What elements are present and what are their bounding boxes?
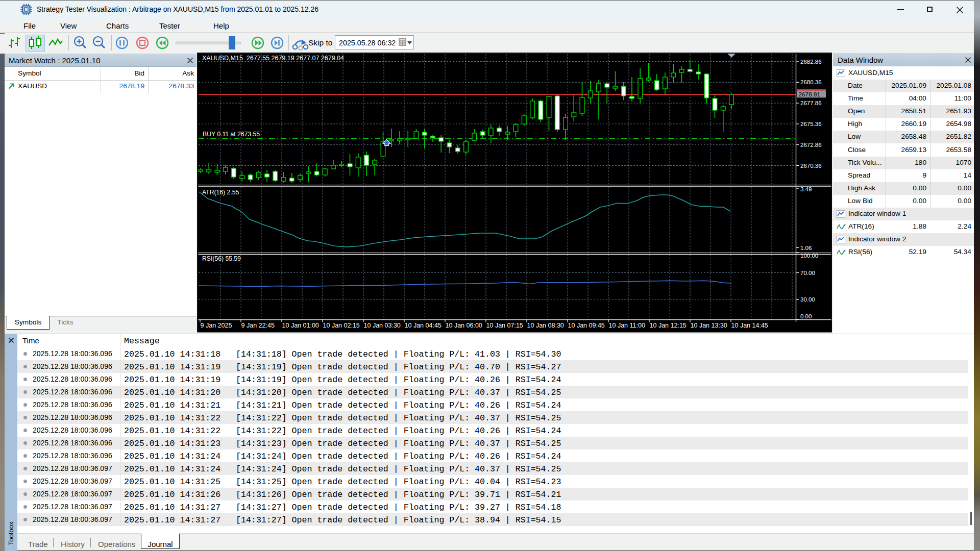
svg-text:2672.86: 2672.86 [800,142,822,148]
svg-text:10 Jan 07:15: 10 Jan 07:15 [486,322,523,329]
svg-text:10 Jan 14:45: 10 Jan 14:45 [731,322,768,329]
svg-text:RSI(56) 55.59: RSI(56) 55.59 [202,255,241,262]
svg-text:2680.36: 2680.36 [800,79,822,85]
svg-text:70.00: 70.00 [800,270,815,276]
svg-text:2675.36: 2675.36 [800,121,822,127]
svg-text:30.00: 30.00 [800,296,815,303]
svg-text:9 Jan 2025: 9 Jan 2025 [201,322,232,329]
svg-text:10 Jan 11:00: 10 Jan 11:00 [609,322,645,329]
svg-text:10 Jan 03:30: 10 Jan 03:30 [364,322,401,329]
svg-text:10 Jan 01:00: 10 Jan 01:00 [282,322,319,329]
svg-text:3.49: 3.49 [800,186,812,192]
svg-text:10 Jan 04:45: 10 Jan 04:45 [405,322,442,329]
svg-text:0.00: 0.00 [800,313,812,319]
svg-text:10 Jan 02:15: 10 Jan 02:15 [323,322,360,329]
svg-text:XAUUSD,M15 2677.55 2679.19 26: XAUUSD,M15 2677.55 2679.19 2677.07 2679.… [202,55,344,62]
svg-text:10 Jan 06:00: 10 Jan 06:00 [446,322,482,329]
svg-text:10 Jan 08:30: 10 Jan 08:30 [527,322,564,329]
svg-text:9 Jan 22:45: 9 Jan 22:45 [241,322,275,329]
svg-text:BUY 0.11 at 2673.55: BUY 0.11 at 2673.55 [203,131,260,138]
svg-text:10 Jan 13:30: 10 Jan 13:30 [691,322,727,329]
svg-text:2682.86: 2682.86 [800,59,822,65]
svg-text:10 Jan 12:15: 10 Jan 12:15 [650,322,687,329]
svg-text:10 Jan 09:45: 10 Jan 09:45 [568,322,605,329]
svg-text:1.06: 1.06 [800,245,812,251]
svg-text:2678.91: 2678.91 [799,91,821,98]
svg-text:100.00: 100.00 [800,253,818,259]
svg-text:2677.86: 2677.86 [800,100,822,106]
svg-text:2670.36: 2670.36 [800,163,822,169]
svg-text:ATR(16) 2.55: ATR(16) 2.55 [202,189,239,196]
